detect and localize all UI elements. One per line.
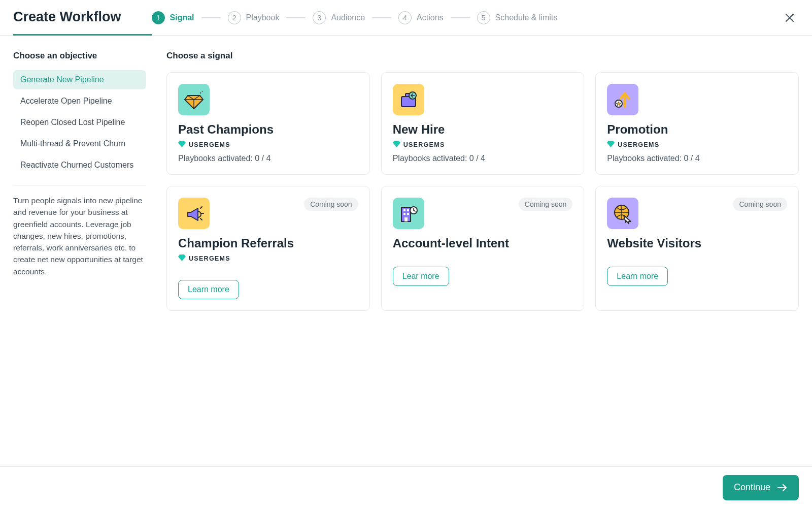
svg-rect-10 [403, 209, 405, 211]
usergems-text: USERGEMS [189, 255, 230, 262]
playbooks-activated: Playbooks activated: 0 / 4 [393, 154, 573, 163]
step-label: Signal [170, 13, 194, 22]
arrowup-icon [607, 84, 638, 115]
objective-item[interactable]: Reopen Closed Lost Pipeline [13, 113, 146, 132]
coming-soon-badge: Coming soon [733, 198, 787, 211]
step-separator [286, 17, 306, 18]
usergems-text: USERGEMS [618, 141, 659, 148]
objective-item[interactable]: Generate New Pipeline [13, 70, 146, 89]
svg-rect-13 [407, 213, 409, 215]
arrow-right-icon [776, 482, 788, 493]
signal-card-title: New Hire [393, 122, 573, 137]
page-title: Create Workflow [13, 9, 121, 25]
continue-label: Continue [734, 482, 770, 493]
step-separator [372, 17, 391, 18]
signal-card-title: Account-level Intent [393, 236, 573, 250]
playbooks-activated: Playbooks activated: 0 / 4 [607, 154, 787, 163]
playbooks-activated: Playbooks activated: 0 / 4 [178, 154, 358, 163]
signal-card-title: Champion Referrals [178, 236, 358, 250]
header-bar: Create Workflow 1Signal2Playbook3Audienc… [0, 0, 812, 36]
building-icon [393, 198, 424, 229]
signal-card-website-visitors[interactable]: Coming soonWebsite VisitorsLearn more [595, 186, 799, 311]
megaphone-icon [178, 198, 210, 229]
gem-icon [607, 141, 615, 149]
svg-rect-14 [404, 217, 408, 221]
main-heading: Choose a signal [166, 51, 799, 61]
signal-card-title: Website Visitors [607, 236, 787, 250]
signal-card-champion-referrals[interactable]: Coming soonChampion ReferralsUSERGEMSLea… [166, 186, 370, 311]
signal-card-account-level-intent[interactable]: Coming soonAccount-level IntentLear more [381, 186, 585, 311]
sidebar: Choose an objective Generate New Pipelin… [13, 51, 146, 311]
step-schedule-limits[interactable]: 5Schedule & limits [477, 11, 558, 24]
diamond-icon [178, 84, 210, 115]
step-number: 4 [398, 11, 412, 24]
step-audience[interactable]: 3Audience [313, 11, 365, 24]
signal-card-new-hire[interactable]: New HireUSERGEMSPlaybooks activated: 0 /… [381, 72, 585, 175]
svg-marker-8 [178, 255, 186, 261]
step-label: Audience [331, 13, 365, 22]
main-panel: Choose a signal Past ChampionsUSERGEMSPl… [166, 51, 799, 311]
usergems-text: USERGEMS [189, 141, 230, 148]
svg-marker-7 [607, 141, 615, 147]
step-number: 2 [228, 11, 241, 24]
gem-icon [178, 255, 186, 263]
step-number: 1 [152, 11, 165, 24]
step-separator [451, 17, 470, 18]
step-number: 5 [477, 11, 490, 24]
close-icon [785, 13, 795, 23]
objective-description: Turn people signals into new pipeline an… [13, 195, 146, 277]
svg-rect-11 [407, 209, 409, 211]
step-label: Playbook [246, 13, 280, 22]
signal-card-past-champions[interactable]: Past ChampionsUSERGEMSPlaybooks activate… [166, 72, 370, 175]
gem-icon [178, 141, 186, 149]
step-number: 3 [313, 11, 326, 24]
continue-button[interactable]: Continue [723, 475, 799, 500]
svg-marker-5 [393, 141, 400, 147]
objective-item[interactable]: Accelerate Open Pipeline [13, 91, 146, 111]
coming-soon-badge: Coming soon [519, 198, 573, 211]
step-actions[interactable]: 4Actions [398, 11, 443, 24]
signal-card-title: Past Champions [178, 122, 358, 137]
usergems-badge: USERGEMS [607, 141, 787, 149]
objective-item[interactable]: Multi-thread & Prevent Churn [13, 134, 146, 153]
close-button[interactable] [781, 9, 799, 27]
usergems-badge: USERGEMS [178, 255, 358, 263]
step-label: Actions [417, 13, 443, 22]
learn-more-button[interactable]: Learn more [178, 280, 239, 299]
signal-cards: Past ChampionsUSERGEMSPlaybooks activate… [166, 72, 799, 311]
divider [13, 185, 146, 185]
step-separator [201, 17, 221, 18]
briefcase-icon [393, 84, 424, 115]
svg-marker-1 [178, 141, 186, 147]
objective-item[interactable]: Reactivate Churned Customers [13, 155, 146, 175]
title-wrap: Create Workflow [13, 1, 152, 36]
objective-list: Generate New PipelineAccelerate Open Pip… [13, 70, 146, 175]
learn-more-button[interactable]: Learn more [607, 267, 668, 286]
usergems-badge: USERGEMS [393, 141, 573, 149]
body: Choose an objective Generate New Pipelin… [0, 36, 812, 311]
coming-soon-badge: Coming soon [304, 198, 358, 211]
sidebar-heading: Choose an objective [13, 51, 146, 61]
stepper: 1Signal2Playbook3Audience4Actions5Schedu… [152, 11, 781, 24]
step-label: Schedule & limits [495, 13, 558, 22]
footer-bar: Continue [0, 466, 812, 508]
signal-card-title: Promotion [607, 122, 787, 137]
signal-card-promotion[interactable]: PromotionUSERGEMSPlaybooks activated: 0 … [595, 72, 799, 175]
usergems-text: USERGEMS [403, 141, 445, 148]
step-playbook[interactable]: 2Playbook [228, 11, 280, 24]
usergems-badge: USERGEMS [178, 141, 358, 149]
step-signal[interactable]: 1Signal [152, 11, 194, 24]
learn-more-button[interactable]: Lear more [393, 267, 449, 286]
svg-rect-12 [403, 213, 405, 215]
gem-icon [393, 141, 400, 149]
globe-icon [607, 198, 638, 229]
